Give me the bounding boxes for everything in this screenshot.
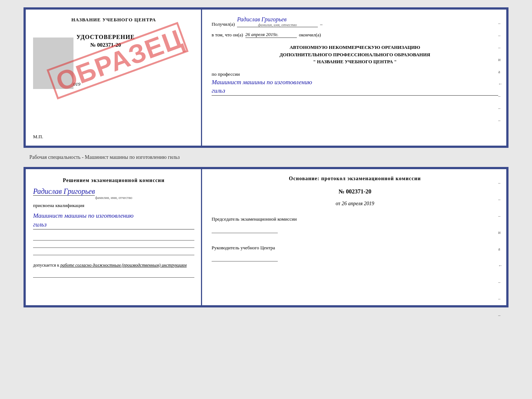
- center-name-top: НАЗВАНИЕ УЧЕБНОГО ЦЕНТРА: [33, 17, 194, 23]
- top-doc-right: Получил(а) Радислав Григорьев фамилия, и…: [202, 10, 506, 146]
- mp-label: М.П.: [33, 134, 194, 140]
- bottom-doc-left: Решением экзаменационной комиссии Радисл…: [26, 169, 202, 305]
- bottom-person-name-block: Радислав Григорьев фамилия, имя, отчеств…: [33, 187, 194, 200]
- allowed-label: допускается к работе согласно должностны…: [33, 263, 194, 268]
- org-block: АВТОНОМНУЮ НЕКОММЕРЧЕСКУЮ ОРГАНИЗАЦИЮ ДО…: [212, 44, 498, 65]
- protocol-date: от 26 апреля 2019: [212, 201, 498, 207]
- org-name: " НАЗВАНИЕ УЧЕБНОГО ЦЕНТРА ": [212, 58, 498, 65]
- qualification-value: Машинист машины по изготовлению гильз: [33, 211, 194, 229]
- date-line: в том, что он(а) 26 апреля 2019г. окончи…: [212, 32, 498, 38]
- bottom-doc-right: Основание: протокол экзаменационной коми…: [202, 169, 506, 305]
- bottom-lines-block: [33, 235, 194, 255]
- org-line1: АВТОНОМНУЮ НЕКОММЕРЧЕСКУЮ ОРГАНИЗАЦИЮ: [212, 44, 498, 51]
- bottom-person-name: Радислав Григорьев: [33, 187, 95, 196]
- top-document: НАЗВАНИЕ УЧЕБНОГО ЦЕНТРА УДОСТОВЕРЕНИЕ №…: [24, 7, 508, 148]
- empty-line-3: [33, 250, 194, 255]
- date-prefix: в том, что он(а): [212, 32, 243, 38]
- allowed-value: работе согласно должностным (производств…: [60, 263, 187, 268]
- date-value: 26 апреля 2019г.: [245, 32, 297, 38]
- photo-box: [33, 38, 73, 89]
- cert-title: УДОСТОВЕРЕНИЕ: [76, 34, 135, 40]
- decision-title: Решением экзаменационной комиссии: [33, 177, 194, 184]
- protocol-number: № 002371-20: [212, 188, 498, 195]
- basis-title: Основание: протокол экзаменационной коми…: [212, 176, 498, 182]
- top-doc-left: НАЗВАНИЕ УЧЕБНОГО ЦЕНТРА УДОСТОВЕРЕНИЕ №…: [26, 10, 202, 146]
- right-dashes-bottom: – – – и а ← – – –: [498, 180, 503, 318]
- cert-stamp-area: УДОСТОВЕРЕНИЕ № 002371-20 Выдано 26 апре…: [33, 26, 194, 130]
- received-line: Получил(а) Радислав Григорьев фамилия, и…: [212, 16, 498, 27]
- profession-value: Машинист машины по изготовлению гильз: [212, 78, 498, 96]
- profession-label: по профессии: [212, 71, 498, 77]
- cert-details: УДОСТОВЕРЕНИЕ № 002371-20: [76, 34, 135, 48]
- qualification-label: присвоена квалификация: [33, 203, 194, 209]
- center-head-signature-line: [212, 253, 278, 261]
- right-side-dashes: – – – и а ← – – –: [498, 21, 503, 123]
- commission-signature-line: [212, 225, 278, 233]
- fio-hint: фамилия, имя, отчество: [237, 23, 318, 27]
- bottom-fio-hint: фамилия, имя, отчество: [33, 196, 194, 200]
- date-suffix: окончил(а): [299, 32, 321, 38]
- allowed-underline: [33, 272, 194, 278]
- received-label: Получил(а): [212, 21, 235, 27]
- empty-line-1: [33, 235, 194, 241]
- center-head: Руководитель учебного Центра: [212, 244, 498, 262]
- cert-number: № 002371-20: [76, 42, 135, 48]
- doc-label: Рабочая специальность - Машинист машины …: [29, 154, 180, 160]
- profession-block: по профессии Машинист машины по изготовл…: [212, 71, 498, 96]
- received-name: Радислав Григорьев фамилия, имя, отчеств…: [237, 16, 318, 27]
- org-line2: ДОПОЛНИТЕЛЬНОГО ПРОФЕССИОНАЛЬНОГО ОБРАЗО…: [212, 51, 498, 58]
- bottom-document: Решением экзаменационной комиссии Радисл…: [24, 167, 508, 307]
- commission-head: Председатель экзаменационной комиссии: [212, 215, 498, 233]
- empty-line-2: [33, 243, 194, 248]
